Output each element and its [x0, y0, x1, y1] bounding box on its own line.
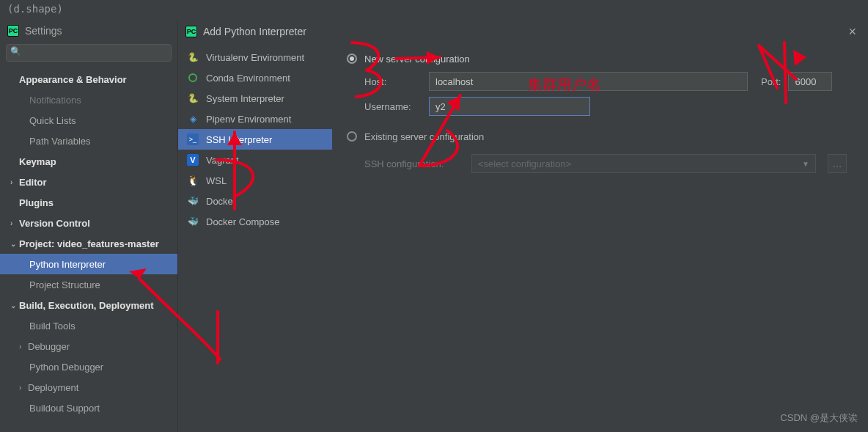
watermark: CSDN @是大侠诶	[780, 411, 858, 425]
interp-conda[interactable]: Conda Environment	[178, 67, 332, 88]
host-label: Host:	[364, 76, 422, 87]
editor-hint: (d.shape)	[0, 0, 868, 21]
docker-icon: 🐳	[187, 195, 199, 207]
tree-build-tools[interactable]: Build Tools	[0, 315, 177, 336]
ssh-interpreter-form: New server configuration Host: Port: Use…	[332, 43, 868, 431]
tree-plugins[interactable]: Plugins	[0, 192, 177, 213]
settings-search-input[interactable]	[6, 44, 172, 62]
interp-virtualenv[interactable]: 🐍Virtualenv Environment	[178, 47, 332, 67]
tree-quick-lists[interactable]: Quick Lists	[0, 110, 177, 131]
new-server-radio-row[interactable]: New server configuration	[347, 48, 853, 69]
tree-build[interactable]: ⌄Build, Execution, Deployment	[0, 295, 177, 315]
username-input[interactable]	[429, 97, 590, 116]
add-interpreter-dialog: PC Add Python Interpreter × 🐍Virtualenv …	[178, 21, 868, 431]
pycharm-icon: PC	[7, 25, 19, 37]
tree-python-debugger[interactable]: Python Debugger	[0, 356, 177, 377]
interp-wsl[interactable]: 🐧WSL	[178, 170, 332, 191]
close-button[interactable]: ×	[844, 24, 861, 40]
tree-deployment[interactable]: ›Deployment	[0, 377, 177, 398]
interp-vagrant[interactable]: VVagrant	[178, 150, 332, 170]
port-input[interactable]	[788, 72, 832, 91]
radio-existing-server[interactable]	[347, 131, 357, 142]
username-label: Username:	[364, 101, 422, 112]
dialog-titlebar: PC Add Python Interpreter ×	[178, 21, 868, 43]
interp-pipenv[interactable]: ◈Pipenv Environment	[178, 109, 332, 129]
tree-python-interpreter[interactable]: Python Interpreter	[0, 254, 177, 274]
ssh-config-label: SSH configuration:	[364, 158, 464, 169]
chevron-down-icon: ▼	[802, 160, 809, 168]
tree-appearance-behavior[interactable]: Appearance & Behavior	[0, 69, 177, 89]
tree-version-control[interactable]: ›Version Control	[0, 213, 177, 233]
search-icon: 🔍	[10, 46, 21, 56]
tree-path-variables[interactable]: Path Variables	[0, 131, 177, 151]
pycharm-icon: PC	[185, 26, 197, 37]
interpreter-type-list: 🐍Virtualenv Environment Conda Environmen…	[178, 43, 332, 431]
pipenv-icon: ◈	[187, 113, 199, 125]
conda-icon	[187, 72, 199, 84]
settings-header: PC Settings	[0, 21, 177, 44]
interp-system[interactable]: 🐍System Interpreter	[178, 88, 332, 109]
radio-new-server[interactable]	[347, 54, 357, 64]
settings-tree: Appearance & Behavior Notifications Quic…	[0, 66, 177, 431]
port-label: Port:	[761, 76, 781, 87]
tree-editor[interactable]: ›Editor	[0, 172, 177, 192]
host-input[interactable]	[429, 72, 748, 91]
linux-icon: 🐧	[187, 175, 199, 186]
tree-buildout-support[interactable]: Buildout Support	[0, 398, 177, 418]
vagrant-icon: V	[187, 154, 199, 166]
ssh-icon: >_	[187, 133, 199, 145]
tree-project-structure[interactable]: Project Structure	[0, 274, 177, 295]
tree-debugger[interactable]: ›Debugger	[0, 336, 177, 356]
interp-docker-compose[interactable]: 🐳Docker Compose	[178, 211, 332, 232]
existing-server-radio-row[interactable]: Existing server configuration	[347, 126, 853, 147]
settings-title: Settings	[25, 25, 62, 37]
python-icon: 🐍	[187, 92, 199, 104]
tree-notifications[interactable]: Notifications	[0, 89, 177, 110]
ssh-config-select[interactable]: <select configuration> ▼	[471, 154, 816, 173]
ssh-config-value: <select configuration>	[478, 158, 571, 169]
interp-ssh[interactable]: >_SSH Interpreter	[178, 129, 332, 150]
new-server-label: New server configuration	[364, 54, 470, 65]
settings-panel: PC Settings 🔍 Appearance & Behavior Noti…	[0, 21, 178, 431]
existing-server-label: Existing server configuration	[364, 131, 484, 142]
interp-docker[interactable]: 🐳Docker	[178, 191, 332, 211]
python-icon: 🐍	[187, 51, 199, 63]
ssh-config-browse-button[interactable]: …	[828, 154, 847, 173]
tree-keymap[interactable]: Keymap	[0, 151, 177, 172]
tree-project[interactable]: ⌄Project: video_features-master	[0, 233, 177, 254]
dialog-title: Add Python Interpreter	[203, 26, 306, 37]
docker-compose-icon: 🐳	[187, 216, 199, 227]
